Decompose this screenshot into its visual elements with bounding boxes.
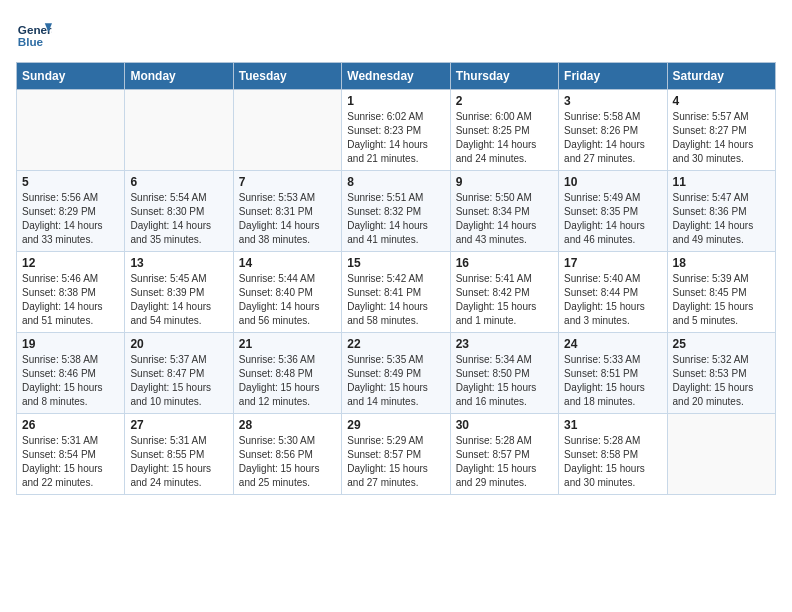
calendar-cell: 6Sunrise: 5:54 AM Sunset: 8:30 PM Daylig… <box>125 171 233 252</box>
day-info: Sunrise: 5:49 AM Sunset: 8:35 PM Dayligh… <box>564 191 661 247</box>
calendar-cell <box>667 414 775 495</box>
calendar-cell: 17Sunrise: 5:40 AM Sunset: 8:44 PM Dayli… <box>559 252 667 333</box>
day-number: 26 <box>22 418 119 432</box>
calendar-cell: 13Sunrise: 5:45 AM Sunset: 8:39 PM Dayli… <box>125 252 233 333</box>
day-info: Sunrise: 5:28 AM Sunset: 8:57 PM Dayligh… <box>456 434 553 490</box>
day-number: 14 <box>239 256 336 270</box>
day-info: Sunrise: 5:34 AM Sunset: 8:50 PM Dayligh… <box>456 353 553 409</box>
day-number: 12 <box>22 256 119 270</box>
day-info: Sunrise: 5:31 AM Sunset: 8:54 PM Dayligh… <box>22 434 119 490</box>
calendar-cell: 27Sunrise: 5:31 AM Sunset: 8:55 PM Dayli… <box>125 414 233 495</box>
calendar-cell: 24Sunrise: 5:33 AM Sunset: 8:51 PM Dayli… <box>559 333 667 414</box>
calendar-cell: 15Sunrise: 5:42 AM Sunset: 8:41 PM Dayli… <box>342 252 450 333</box>
day-info: Sunrise: 5:53 AM Sunset: 8:31 PM Dayligh… <box>239 191 336 247</box>
calendar-cell: 12Sunrise: 5:46 AM Sunset: 8:38 PM Dayli… <box>17 252 125 333</box>
day-number: 18 <box>673 256 770 270</box>
page-header: General Blue <box>16 16 776 52</box>
day-info: Sunrise: 5:28 AM Sunset: 8:58 PM Dayligh… <box>564 434 661 490</box>
calendar-cell: 26Sunrise: 5:31 AM Sunset: 8:54 PM Dayli… <box>17 414 125 495</box>
day-number: 3 <box>564 94 661 108</box>
calendar-cell: 5Sunrise: 5:56 AM Sunset: 8:29 PM Daylig… <box>17 171 125 252</box>
day-info: Sunrise: 5:47 AM Sunset: 8:36 PM Dayligh… <box>673 191 770 247</box>
calendar-cell: 31Sunrise: 5:28 AM Sunset: 8:58 PM Dayli… <box>559 414 667 495</box>
day-number: 10 <box>564 175 661 189</box>
calendar-cell: 8Sunrise: 5:51 AM Sunset: 8:32 PM Daylig… <box>342 171 450 252</box>
day-info: Sunrise: 5:46 AM Sunset: 8:38 PM Dayligh… <box>22 272 119 328</box>
day-number: 5 <box>22 175 119 189</box>
day-number: 20 <box>130 337 227 351</box>
day-info: Sunrise: 5:57 AM Sunset: 8:27 PM Dayligh… <box>673 110 770 166</box>
calendar-cell: 16Sunrise: 5:41 AM Sunset: 8:42 PM Dayli… <box>450 252 558 333</box>
day-info: Sunrise: 5:36 AM Sunset: 8:48 PM Dayligh… <box>239 353 336 409</box>
logo-icon: General Blue <box>16 16 52 52</box>
calendar-cell: 29Sunrise: 5:29 AM Sunset: 8:57 PM Dayli… <box>342 414 450 495</box>
weekday-header-tuesday: Tuesday <box>233 63 341 90</box>
calendar-table: SundayMondayTuesdayWednesdayThursdayFrid… <box>16 62 776 495</box>
day-info: Sunrise: 5:31 AM Sunset: 8:55 PM Dayligh… <box>130 434 227 490</box>
day-number: 21 <box>239 337 336 351</box>
day-number: 8 <box>347 175 444 189</box>
day-number: 4 <box>673 94 770 108</box>
calendar-cell: 25Sunrise: 5:32 AM Sunset: 8:53 PM Dayli… <box>667 333 775 414</box>
day-info: Sunrise: 5:40 AM Sunset: 8:44 PM Dayligh… <box>564 272 661 328</box>
calendar-cell: 11Sunrise: 5:47 AM Sunset: 8:36 PM Dayli… <box>667 171 775 252</box>
day-info: Sunrise: 5:54 AM Sunset: 8:30 PM Dayligh… <box>130 191 227 247</box>
day-info: Sunrise: 5:41 AM Sunset: 8:42 PM Dayligh… <box>456 272 553 328</box>
calendar-cell: 4Sunrise: 5:57 AM Sunset: 8:27 PM Daylig… <box>667 90 775 171</box>
day-number: 29 <box>347 418 444 432</box>
day-number: 16 <box>456 256 553 270</box>
calendar-cell: 22Sunrise: 5:35 AM Sunset: 8:49 PM Dayli… <box>342 333 450 414</box>
day-number: 9 <box>456 175 553 189</box>
weekday-header-monday: Monday <box>125 63 233 90</box>
calendar-cell: 7Sunrise: 5:53 AM Sunset: 8:31 PM Daylig… <box>233 171 341 252</box>
day-info: Sunrise: 5:45 AM Sunset: 8:39 PM Dayligh… <box>130 272 227 328</box>
calendar-cell: 20Sunrise: 5:37 AM Sunset: 8:47 PM Dayli… <box>125 333 233 414</box>
calendar-cell <box>233 90 341 171</box>
day-info: Sunrise: 5:51 AM Sunset: 8:32 PM Dayligh… <box>347 191 444 247</box>
day-number: 15 <box>347 256 444 270</box>
weekday-header-wednesday: Wednesday <box>342 63 450 90</box>
day-info: Sunrise: 5:56 AM Sunset: 8:29 PM Dayligh… <box>22 191 119 247</box>
day-number: 7 <box>239 175 336 189</box>
day-info: Sunrise: 6:00 AM Sunset: 8:25 PM Dayligh… <box>456 110 553 166</box>
day-number: 19 <box>22 337 119 351</box>
weekday-header-friday: Friday <box>559 63 667 90</box>
calendar-cell: 28Sunrise: 5:30 AM Sunset: 8:56 PM Dayli… <box>233 414 341 495</box>
calendar-cell: 18Sunrise: 5:39 AM Sunset: 8:45 PM Dayli… <box>667 252 775 333</box>
calendar-cell: 1Sunrise: 6:02 AM Sunset: 8:23 PM Daylig… <box>342 90 450 171</box>
day-info: Sunrise: 5:39 AM Sunset: 8:45 PM Dayligh… <box>673 272 770 328</box>
day-info: Sunrise: 5:37 AM Sunset: 8:47 PM Dayligh… <box>130 353 227 409</box>
day-number: 6 <box>130 175 227 189</box>
weekday-header-sunday: Sunday <box>17 63 125 90</box>
day-number: 2 <box>456 94 553 108</box>
day-number: 11 <box>673 175 770 189</box>
day-info: Sunrise: 5:50 AM Sunset: 8:34 PM Dayligh… <box>456 191 553 247</box>
day-info: Sunrise: 5:58 AM Sunset: 8:26 PM Dayligh… <box>564 110 661 166</box>
day-info: Sunrise: 5:42 AM Sunset: 8:41 PM Dayligh… <box>347 272 444 328</box>
day-number: 22 <box>347 337 444 351</box>
calendar-cell <box>125 90 233 171</box>
calendar-cell: 30Sunrise: 5:28 AM Sunset: 8:57 PM Dayli… <box>450 414 558 495</box>
calendar-cell <box>17 90 125 171</box>
day-info: Sunrise: 5:32 AM Sunset: 8:53 PM Dayligh… <box>673 353 770 409</box>
day-info: Sunrise: 5:35 AM Sunset: 8:49 PM Dayligh… <box>347 353 444 409</box>
day-info: Sunrise: 5:29 AM Sunset: 8:57 PM Dayligh… <box>347 434 444 490</box>
calendar-cell: 23Sunrise: 5:34 AM Sunset: 8:50 PM Dayli… <box>450 333 558 414</box>
day-number: 24 <box>564 337 661 351</box>
calendar-cell: 14Sunrise: 5:44 AM Sunset: 8:40 PM Dayli… <box>233 252 341 333</box>
day-number: 25 <box>673 337 770 351</box>
day-number: 1 <box>347 94 444 108</box>
day-info: Sunrise: 5:33 AM Sunset: 8:51 PM Dayligh… <box>564 353 661 409</box>
calendar-cell: 2Sunrise: 6:00 AM Sunset: 8:25 PM Daylig… <box>450 90 558 171</box>
calendar-cell: 3Sunrise: 5:58 AM Sunset: 8:26 PM Daylig… <box>559 90 667 171</box>
day-info: Sunrise: 5:44 AM Sunset: 8:40 PM Dayligh… <box>239 272 336 328</box>
svg-text:Blue: Blue <box>18 35 44 48</box>
day-number: 23 <box>456 337 553 351</box>
day-number: 28 <box>239 418 336 432</box>
weekday-header-saturday: Saturday <box>667 63 775 90</box>
calendar-cell: 10Sunrise: 5:49 AM Sunset: 8:35 PM Dayli… <box>559 171 667 252</box>
calendar-cell: 19Sunrise: 5:38 AM Sunset: 8:46 PM Dayli… <box>17 333 125 414</box>
day-number: 27 <box>130 418 227 432</box>
day-info: Sunrise: 5:30 AM Sunset: 8:56 PM Dayligh… <box>239 434 336 490</box>
day-number: 31 <box>564 418 661 432</box>
